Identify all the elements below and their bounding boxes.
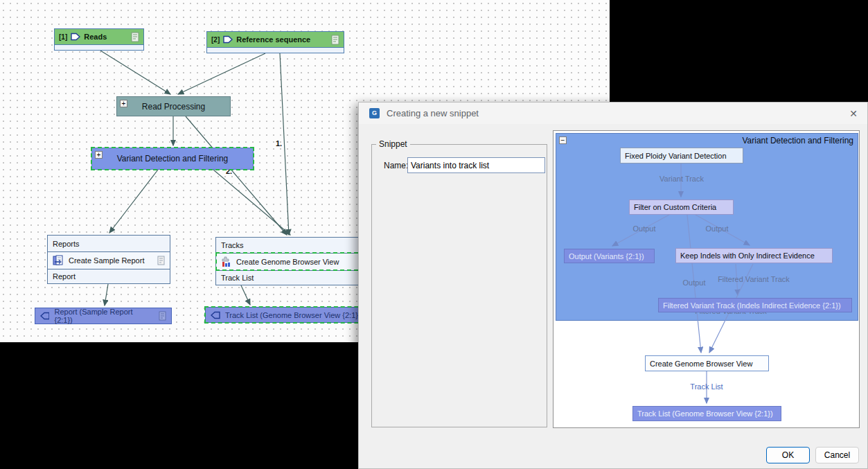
- node-read-processing-label: Read Processing: [142, 102, 205, 112]
- create-sample-report-label: Create Sample Report: [69, 256, 144, 265]
- preview-node-create-genome-browser-view[interactable]: Create Genome Browser View: [645, 355, 769, 371]
- dialog-titlebar[interactable]: G Creating a new snippet ✕: [359, 103, 867, 124]
- edge-reference-to-readprocessing: [178, 53, 265, 94]
- document-icon: [131, 32, 139, 42]
- node-read-processing[interactable]: + Read Processing: [116, 96, 231, 116]
- document-icon: [331, 35, 339, 45]
- document-icon: [159, 311, 166, 321]
- expand-icon[interactable]: +: [95, 151, 103, 159]
- create-genome-browser-view-icon: [221, 256, 232, 267]
- edge-variantdetection-to-reports: [109, 170, 158, 233]
- preview-node-fixed-ploidy[interactable]: Fixed Ploidy Variant Detection: [620, 148, 743, 163]
- node-reference-output-strip: [207, 48, 344, 53]
- node-variant-detection-filtering[interactable]: + Variant Detection and Filtering: [91, 148, 254, 170]
- output-arrow-icon: [40, 312, 49, 320]
- node-reports-group[interactable]: Reports Create Sample Report Report: [47, 235, 170, 284]
- preview-node-filtered-variant-track[interactable]: Filtered Variant Track (Indels Indirect …: [658, 298, 852, 312]
- report-output-label: Report: [53, 272, 76, 281]
- node-report-output[interactable]: Report (Sample Report {2:1}): [35, 308, 172, 324]
- edge-order-label-1: 1.: [276, 139, 282, 148]
- expand-icon[interactable]: +: [120, 100, 127, 107]
- node-tracklist-output-label: Track List (Genome Browser View {2:1}): [225, 311, 361, 319]
- preview-node-output-variants[interactable]: Output (Variants {2:1}): [564, 249, 655, 263]
- input-arrow-icon: [223, 35, 233, 44]
- snippet-name-input[interactable]: [407, 157, 545, 173]
- create-genome-browser-view-label: Create Genome Browser View: [236, 258, 339, 266]
- snippet-group-label: Snippet: [376, 139, 410, 149]
- screen: 1. 2. [1] Reads [2] Reference sequence: [0, 0, 868, 469]
- edge-label-output-left: Output: [632, 224, 655, 233]
- edge-label-track-list: Track List: [690, 382, 723, 391]
- edge-label-variant-track: Variant Track: [659, 175, 704, 183]
- create-sample-report-icon: [53, 255, 64, 266]
- edge-readprocessing-to-tracks: [186, 116, 287, 235]
- snippet-groupbox: Snippet Name:: [371, 139, 547, 427]
- edge-report-to-reportoutput: [105, 284, 108, 306]
- tracks-header-label: Tracks: [221, 241, 244, 249]
- track-list-output-label: Track List: [221, 274, 254, 282]
- node-variant-detection-label: Variant Detection and Filtering: [117, 154, 229, 163]
- ok-button[interactable]: OK: [766, 447, 810, 463]
- report-output-row: Report: [48, 269, 170, 283]
- edge-label-output-low: Output: [682, 278, 705, 287]
- edge-variantdetection-to-tracks: [213, 170, 290, 235]
- output-arrow-icon: [211, 311, 220, 319]
- close-icon[interactable]: ✕: [847, 107, 860, 121]
- node-reads-main: [1] Reads: [55, 29, 143, 45]
- reports-header-label: Reports: [53, 240, 80, 248]
- node-reads-index: [1]: [59, 33, 67, 41]
- dialog-title: Creating a new snippet: [387, 108, 479, 118]
- node-reference-label: Reference sequence: [236, 35, 310, 44]
- input-arrow-icon: [71, 33, 80, 41]
- edge-reads-to-readprocessing: [100, 51, 170, 94]
- document-icon: [157, 256, 165, 265]
- node-reference-index: [2]: [211, 36, 220, 44]
- reports-header-row: Reports: [48, 236, 170, 251]
- preview-node-track-list-output[interactable]: Track List (Genome Browser View {2:1}): [632, 406, 781, 421]
- edge-tracklist-to-tracklistoutput: [241, 285, 250, 305]
- cancel-button[interactable]: Cancel: [815, 447, 859, 463]
- node-reads-label: Reads: [84, 33, 107, 41]
- node-reference-main: [2] Reference sequence: [207, 32, 344, 48]
- snippet-dialog: G Creating a new snippet ✕ Snippet Name:…: [358, 102, 868, 469]
- create-sample-report-row[interactable]: Create Sample Report: [48, 251, 170, 269]
- node-reads[interactable]: [1] Reads: [54, 28, 144, 51]
- node-reference-sequence[interactable]: [2] Reference sequence: [206, 31, 344, 53]
- app-icon: G: [369, 108, 380, 118]
- snippet-preview-panel[interactable]: − Variant Detection and Filtering: [553, 130, 860, 428]
- preview-node-filter-custom-criteria[interactable]: Filter on Custom Criteria: [629, 200, 734, 215]
- node-reads-output-strip: [55, 45, 143, 50]
- edge-label-output-right: Output: [705, 224, 728, 233]
- preview-node-keep-indels[interactable]: Keep Indels with Only Indirect Evidence: [675, 248, 833, 263]
- node-tracklist-output[interactable]: Track List (Genome Browser View {2:1}): [205, 307, 371, 323]
- node-report-output-label: Report (Sample Report {2:1}): [54, 308, 149, 324]
- name-label: Name:: [384, 161, 408, 170]
- edge-label-filtered-variant-track: Filtered Variant Track: [718, 275, 790, 283]
